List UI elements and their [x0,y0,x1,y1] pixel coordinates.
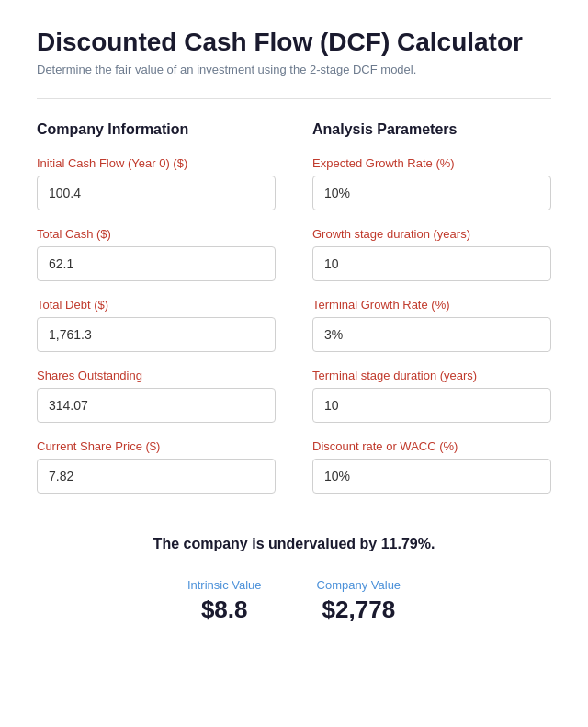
company-column: Company Information Initial Cash Flow (Y… [37,121,276,510]
expected-growth-rate-label: Expected Growth Rate (%) [312,156,551,170]
current-share-price-group: Current Share Price ($) [37,439,276,494]
discount-rate-label: Discount rate or WACC (%) [312,439,551,453]
total-debt-label: Total Debt ($) [37,298,276,312]
terminal-growth-rate-group: Terminal Growth Rate (%) [312,298,551,352]
page-title: Discounted Cash Flow (DCF) Calculator [37,28,551,57]
terminal-growth-rate-input[interactable] [312,317,551,352]
analysis-column-header: Analysis Parameters [312,121,551,138]
intrinsic-value: $8.8 [187,596,262,624]
company-value-label: Company Value [317,578,401,592]
terminal-stage-duration-label: Terminal stage duration (years) [312,369,551,382]
growth-stage-duration-input[interactable] [312,246,551,281]
company-value-card: Company Value $2,778 [317,578,401,624]
terminal-stage-duration-group: Terminal stage duration (years) [312,369,551,423]
result-cards: Intrinsic Value $8.8 Company Value $2,77… [37,578,551,624]
result-statement: The company is undervalued by 11.79%. [37,536,551,552]
discount-rate-group: Discount rate or WACC (%) [312,439,551,494]
terminal-stage-duration-input[interactable] [312,388,551,423]
section-divider [37,98,551,99]
growth-stage-duration-label: Growth stage duration (years) [312,227,551,241]
total-cash-group: Total Cash ($) [37,227,276,281]
analysis-column: Analysis Parameters Expected Growth Rate… [312,121,551,510]
expected-growth-rate-group: Expected Growth Rate (%) [312,156,551,210]
page-subtitle: Determine the fair value of an investmen… [37,62,551,76]
growth-stage-duration-group: Growth stage duration (years) [312,227,551,281]
discount-rate-input[interactable] [312,459,551,494]
expected-growth-rate-input[interactable] [312,176,551,210]
current-share-price-input[interactable] [37,459,276,494]
total-debt-group: Total Debt ($) [37,298,276,352]
company-column-header: Company Information [37,121,276,138]
total-cash-label: Total Cash ($) [37,227,276,241]
terminal-growth-rate-label: Terminal Growth Rate (%) [312,298,551,312]
shares-outstanding-input[interactable] [37,388,276,423]
initial-cash-flow-group: Initial Cash Flow (Year 0) ($) [37,156,276,210]
total-cash-input[interactable] [37,246,276,281]
company-value: $2,778 [317,596,401,624]
initial-cash-flow-input[interactable] [37,176,276,210]
shares-outstanding-group: Shares Outstanding [37,369,276,423]
shares-outstanding-label: Shares Outstanding [37,369,276,382]
current-share-price-label: Current Share Price ($) [37,439,276,453]
intrinsic-value-label: Intrinsic Value [187,578,262,592]
total-debt-input[interactable] [37,317,276,352]
initial-cash-flow-label: Initial Cash Flow (Year 0) ($) [37,156,276,170]
form-grid: Company Information Initial Cash Flow (Y… [37,121,551,510]
results-section: The company is undervalued by 11.79%. In… [37,536,551,624]
intrinsic-value-card: Intrinsic Value $8.8 [187,578,262,624]
